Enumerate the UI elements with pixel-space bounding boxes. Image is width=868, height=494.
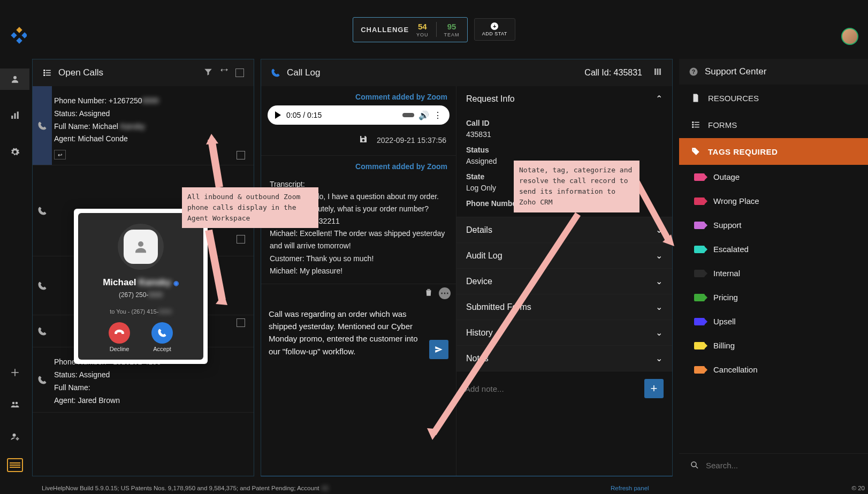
help-icon: ? (689, 67, 698, 77)
audio-player[interactable]: 0:05 / 0:15 🔊 ⋮ (268, 105, 450, 125)
svg-rect-5 (11, 116, 13, 119)
card-checkbox[interactable] (237, 235, 245, 244)
tag-icon (691, 147, 701, 156)
chevron-down-icon: ⌄ (656, 302, 663, 312)
tag-label: Support (713, 221, 742, 230)
card-checkbox[interactable] (237, 318, 245, 327)
challenge-team: 95 TEAM (444, 22, 460, 37)
svg-rect-16 (46, 72, 51, 73)
tag-icon (694, 318, 705, 325)
tag-label: Outage (713, 172, 740, 181)
svg-rect-14 (43, 74, 45, 76)
tag-item[interactable]: Support (679, 213, 868, 237)
more-icon[interactable]: ⋮ (433, 111, 442, 119)
add-stat-button[interactable]: + ADD STAT (474, 18, 515, 41)
accept-button[interactable]: Accept (151, 322, 173, 352)
tag-icon (694, 173, 705, 181)
request-info-header[interactable]: Request Info ⌃ (456, 86, 672, 111)
tag-item[interactable]: Internal (679, 261, 868, 285)
svg-rect-2 (16, 37, 22, 43)
svg-rect-13 (43, 72, 45, 74)
filter-icon[interactable] (203, 67, 213, 79)
tag-item[interactable]: Escalated (679, 237, 868, 261)
svg-point-8 (12, 402, 14, 405)
svg-rect-19 (657, 69, 659, 75)
arrow-icon (423, 209, 594, 444)
copyright: © 20 (852, 485, 865, 491)
app-logo[interactable] (10, 27, 27, 44)
tag-item[interactable]: Billing (679, 333, 868, 358)
resources-item[interactable]: RESOURCES (679, 85, 868, 111)
svg-rect-17 (46, 75, 51, 76)
nav-profile[interactable] (0, 69, 29, 90)
search-input[interactable] (706, 461, 857, 470)
nav-add[interactable] (0, 362, 29, 383)
tag-label: Billing (713, 341, 735, 350)
nav-people[interactable] (0, 394, 29, 415)
svg-point-10 (12, 434, 16, 437)
tag-label: Cancellation (713, 365, 758, 374)
nav-notes-icon[interactable] (7, 458, 23, 472)
tag-item[interactable]: Upsell (679, 309, 868, 333)
challenge-you: 54 YOU (416, 22, 429, 37)
svg-rect-28 (695, 127, 699, 128)
svg-rect-25 (692, 124, 694, 126)
tag-item[interactable]: Wrong Place (679, 189, 868, 213)
zoom-comment-label: Comment added by Zoom (261, 156, 456, 175)
save-icon[interactable] (359, 134, 368, 146)
phone-icon (37, 121, 47, 131)
nav-settings[interactable] (0, 141, 29, 163)
chevron-down-icon: ⌄ (656, 353, 663, 363)
form-icon (691, 120, 701, 130)
tag-item[interactable]: Pricing (679, 285, 868, 309)
tag-item[interactable]: Cancellation (679, 358, 868, 382)
flag-icon[interactable]: ↩ (54, 150, 66, 159)
tag-icon (694, 197, 705, 205)
nav-user-settings[interactable] (0, 426, 29, 447)
saved-timestamp: 2022-09-21 15:37:56 (377, 136, 446, 145)
nav-analytics[interactable] (0, 105, 29, 126)
tag-icon (694, 342, 705, 349)
volume-icon[interactable]: 🔊 (420, 111, 428, 119)
arrow-icon (203, 134, 235, 193)
svg-point-4 (13, 76, 17, 79)
tag-item[interactable]: Outage (679, 165, 868, 189)
list-icon (42, 68, 52, 78)
svg-rect-0 (16, 27, 22, 33)
add-note-button[interactable]: + (644, 379, 664, 398)
annotation: All inbound & outbound Zoom phone calls … (182, 187, 318, 228)
svg-rect-24 (695, 122, 699, 123)
svg-rect-3 (21, 32, 27, 38)
phone-icon (37, 375, 47, 385)
svg-rect-26 (695, 124, 699, 125)
svg-rect-12 (43, 70, 45, 71)
select-all-checkbox[interactable] (235, 69, 244, 77)
compose-textarea[interactable] (269, 308, 425, 359)
tag-label: Upsell (713, 317, 736, 326)
tag-label: Internal (713, 269, 740, 278)
phone-icon (37, 206, 47, 216)
svg-point-9 (15, 402, 18, 405)
call-destination: to You - (267) 415-0000 (110, 308, 172, 315)
play-icon[interactable] (275, 111, 281, 119)
card-checkbox[interactable] (237, 151, 245, 159)
tag-label: Pricing (713, 293, 738, 302)
tags-required-item[interactable]: TAGS REQUIRED (679, 138, 868, 165)
annotation: Notate, tag, categorize and resolve the … (514, 161, 639, 212)
svg-rect-7 (17, 112, 18, 119)
doc-icon (691, 93, 701, 103)
chevron-down-icon: ⌄ (656, 250, 663, 261)
refresh-panel-link[interactable]: Refresh panel (611, 485, 649, 491)
chevron-down-icon: ⌄ (656, 328, 663, 338)
arrow-icon (198, 225, 230, 305)
forms-item[interactable]: FORMS (679, 111, 868, 138)
audio-scrubber[interactable] (402, 113, 414, 117)
user-avatar[interactable] (841, 28, 858, 45)
decline-button[interactable]: Decline (109, 322, 130, 352)
sort-icon[interactable] (219, 67, 229, 79)
call-id-display: Call Id: 435831 (584, 68, 642, 78)
call-log-header: Call Log Call Id: 435831 (261, 59, 672, 86)
zoom-comment-label: Comment added by Zoom (261, 86, 456, 105)
columns-icon[interactable] (653, 67, 663, 79)
tag-icon (694, 270, 705, 277)
